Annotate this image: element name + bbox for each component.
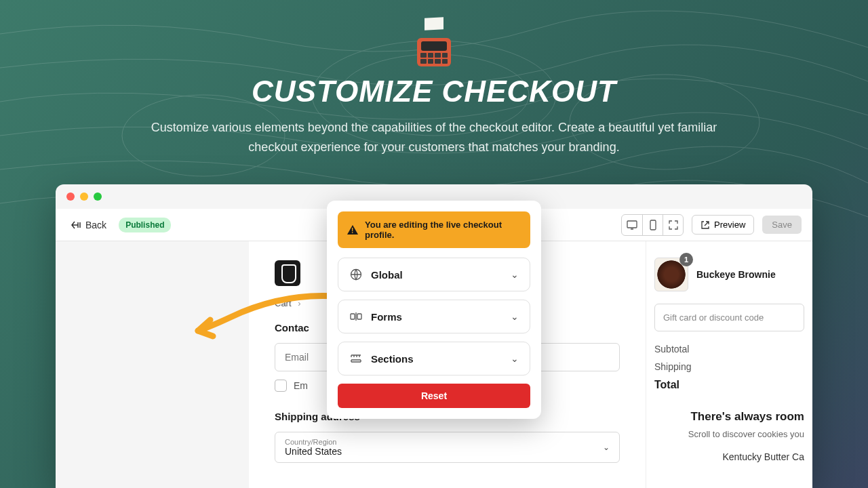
sections-icon	[349, 352, 363, 365]
close-icon[interactable]	[66, 192, 75, 201]
forms-label: Forms	[371, 311, 502, 323]
hero-title: CUSTOMIZE CHECKOUT	[0, 75, 868, 108]
shipping-row: Shipping	[654, 361, 812, 372]
sections-label: Sections	[371, 353, 502, 365]
promo-subtitle: Scroll to discover cookies you	[654, 429, 804, 439]
quantity-badge: 1	[679, 253, 693, 266]
chevron-down-icon: ⌄	[511, 269, 519, 280]
breadcrumb-cart[interactable]: Cart	[275, 298, 292, 308]
left-pane	[56, 241, 249, 488]
newsletter-label: Em	[294, 380, 308, 391]
warning-icon	[347, 225, 358, 235]
promo-item-name: Kentucky Butter Ca	[654, 451, 804, 462]
svg-rect-5	[650, 220, 656, 230]
desktop-view-button[interactable]	[622, 215, 642, 235]
product-name: Buckeye Brownie	[696, 269, 776, 280]
chevron-down-icon: ⌄	[511, 311, 519, 322]
cart-item: 1 Buckeye Brownie	[654, 258, 812, 291]
country-value: United States	[285, 446, 610, 457]
svg-rect-7	[351, 314, 355, 319]
chevron-down-icon: ⌄	[603, 443, 610, 452]
pos-terminal-icon	[414, 26, 454, 66]
preview-label: Preview	[714, 220, 745, 230]
back-arrow-icon	[71, 220, 81, 230]
product-image: 1	[654, 258, 688, 291]
forms-accordion[interactable]: Forms ⌄	[338, 300, 530, 333]
preview-button[interactable]: Preview	[692, 215, 754, 235]
warning-alert: You are editing the live checkout profil…	[338, 211, 530, 248]
promo-title: There's always room	[654, 410, 804, 424]
external-link-icon	[701, 220, 710, 230]
alert-text: You are editing the live checkout profil…	[365, 220, 521, 240]
device-toggle-group	[621, 214, 684, 236]
global-accordion[interactable]: Global ⌄	[338, 258, 530, 291]
chevron-right-icon: ›	[298, 298, 300, 308]
hero-subtitle: Customize various elements beyond the ca…	[149, 118, 719, 157]
country-select[interactable]: Country/Region United States ⌄	[275, 432, 620, 463]
sections-accordion[interactable]: Sections ⌄	[338, 342, 530, 375]
fullscreen-view-button[interactable]	[663, 215, 683, 235]
svg-rect-8	[357, 314, 361, 319]
store-logo-icon	[275, 260, 300, 286]
mobile-view-button[interactable]	[642, 215, 663, 235]
minimize-icon[interactable]	[80, 192, 88, 201]
globe-icon	[349, 268, 363, 281]
save-button[interactable]: Save	[762, 216, 802, 234]
svg-rect-4	[627, 221, 637, 228]
published-badge: Published	[119, 218, 171, 232]
hero-section: CUSTOMIZE CHECKOUT Customize various ele…	[0, 0, 868, 157]
global-label: Global	[371, 269, 502, 281]
settings-popup: You are editing the live checkout profil…	[327, 201, 541, 419]
subtotal-row: Subtotal	[654, 344, 812, 354]
promo-section: There's always room Scroll to discover c…	[654, 410, 812, 462]
discount-input[interactable]: Gift card or discount code	[654, 304, 804, 331]
forms-icon	[349, 310, 363, 323]
back-label: Back	[85, 220, 106, 230]
maximize-icon[interactable]	[94, 192, 102, 201]
total-row: Total	[654, 379, 812, 391]
chevron-down-icon: ⌄	[511, 353, 519, 364]
reset-button[interactable]: Reset	[338, 384, 530, 408]
back-button[interactable]: Back	[66, 217, 111, 233]
order-summary: 1 Buckeye Brownie Gift card or discount …	[646, 241, 812, 488]
country-label: Country/Region	[285, 438, 610, 446]
checkbox-icon	[275, 380, 287, 392]
